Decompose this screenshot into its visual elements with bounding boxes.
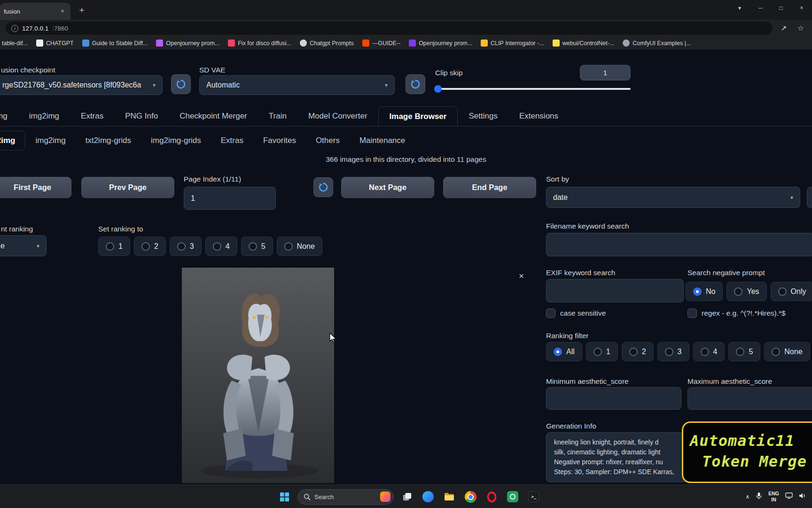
ranking-filter-5[interactable]: 5 [728, 342, 760, 361]
bookmark-item[interactable]: table-dif... [2, 40, 28, 47]
address-bar[interactable]: i 127.0.0.1:7860 [6, 22, 773, 35]
terminal-icon[interactable]: >_ [526, 489, 542, 505]
tab-extensions[interactable]: Extensions [508, 106, 569, 126]
task-view-icon[interactable] [399, 489, 415, 505]
ranking-filter-4[interactable]: 4 [693, 342, 725, 361]
sort-by-dropdown[interactable]: date ▾ [546, 187, 800, 208]
tab-settings[interactable]: Settings [458, 106, 508, 126]
tab-txt2img[interactable]: txt2img [0, 106, 18, 126]
set-ranking-none[interactable]: None [277, 237, 322, 256]
current-ranking-dropdown[interactable]: e ▾ [0, 235, 47, 256]
ranking-filter-2[interactable]: 2 [622, 342, 654, 361]
page-index-input[interactable]: 1 [184, 187, 276, 210]
regex-checkbox[interactable] [687, 309, 697, 318]
bookmark-item[interactable]: webui/ControlNet-... [553, 40, 614, 47]
neg-prompt-only[interactable]: Only [771, 282, 812, 301]
subtab-favorites[interactable]: Favorites [253, 131, 306, 151]
taskbar-search[interactable]: Search [297, 489, 394, 505]
max-score-input[interactable] [687, 387, 812, 410]
checkpoint-dropdown[interactable]: rgeSD21768_v50.safetensors [8f093ec6a ▾ [0, 75, 163, 95]
bookmark-star-icon[interactable]: ☆ [795, 24, 806, 32]
opera-icon[interactable] [484, 489, 500, 505]
clip-skip-slider[interactable] [435, 88, 631, 90]
set-ranking-1[interactable]: 1 [98, 237, 130, 256]
end-page-button[interactable]: End Page [443, 177, 536, 198]
refresh-vae-button[interactable] [406, 74, 425, 94]
bookmark-item[interactable]: CLIP Interrogator -... [481, 40, 544, 47]
browser-tab[interactable]: fusion × [0, 3, 70, 20]
subtab-img2img-grids[interactable]: img2img-grids [141, 131, 211, 151]
subtab-txt2img[interactable]: txt2img [0, 131, 25, 151]
tab-img2img[interactable]: img2img [18, 106, 70, 126]
start-button[interactable] [276, 489, 292, 505]
display-icon[interactable] [785, 492, 793, 501]
refresh-checkpoint-button[interactable] [171, 74, 191, 94]
bookmark-favicon [82, 40, 89, 47]
neg-prompt-no[interactable]: No [686, 282, 723, 301]
close-button[interactable]: × [791, 0, 812, 16]
bookmark-favicon [553, 40, 560, 47]
set-ranking-5[interactable]: 5 [241, 237, 273, 256]
set-ranking-3[interactable]: 3 [170, 237, 202, 256]
microphone-icon[interactable] [756, 492, 762, 501]
ranking-filter-3[interactable]: 3 [657, 342, 689, 361]
subtab-others[interactable]: Others [306, 131, 350, 151]
next-page-button[interactable]: Next Page [341, 177, 434, 198]
speaker-icon[interactable] [799, 492, 806, 501]
vae-dropdown[interactable]: Automatic ▾ [199, 75, 395, 95]
maximize-button[interactable]: □ [771, 0, 791, 16]
prev-page-button[interactable]: Prev Page [81, 177, 174, 198]
refresh-page-button[interactable] [313, 177, 333, 197]
bookmark-item[interactable]: Openjourney prom... [409, 40, 472, 47]
min-score-input[interactable] [546, 387, 681, 410]
search-highlights-icon[interactable] [380, 492, 390, 502]
subtab-txt2img-grids[interactable]: txt2img-grids [76, 131, 141, 151]
copilot-icon[interactable] [420, 489, 436, 505]
tab-png-info[interactable]: PNG Info [114, 106, 169, 126]
ranking-filter-all[interactable]: All [546, 342, 582, 361]
tab-train[interactable]: Train [258, 106, 297, 126]
language-indicator[interactable]: ENG IN [768, 491, 779, 502]
tab-image-browser[interactable]: Image Browser [378, 106, 458, 127]
set-ranking-4[interactable]: 4 [205, 237, 237, 256]
clip-skip-value[interactable]: 1 [580, 65, 631, 80]
bookmark-item[interactable]: Openjourney prom... [156, 40, 219, 47]
ranking-filter-1[interactable]: 1 [586, 342, 618, 361]
set-ranking-2[interactable]: 2 [134, 237, 166, 256]
bookmark-item[interactable]: Guide to Stable Diff... [82, 40, 148, 47]
tab-close-icon[interactable]: × [58, 7, 67, 16]
bookmark-item[interactable]: Chatgpt Prompts [300, 40, 354, 47]
green-app-icon[interactable] [505, 489, 521, 505]
exif-search-label: EXIF keyword search [546, 269, 615, 277]
tab-extras[interactable]: Extras [70, 106, 114, 126]
preview-image[interactable] [182, 268, 334, 483]
gallery-close-icon[interactable]: × [519, 271, 524, 281]
filename-search-input[interactable] [546, 233, 812, 256]
tab-search-icon[interactable]: ▾ [729, 0, 750, 16]
first-page-button[interactable]: First Page [0, 177, 71, 198]
site-info-icon[interactable]: i [11, 25, 18, 32]
subtab-extras[interactable]: Extras [211, 131, 253, 151]
neg-prompt-yes[interactable]: Yes [726, 282, 766, 301]
bookmark-item[interactable]: CHATGPT [36, 40, 74, 47]
clipped-control[interactable] [807, 187, 812, 208]
case-sensitive-checkbox[interactable] [546, 309, 555, 318]
bookmark-item[interactable]: ComfyUI Examples |... [623, 40, 691, 47]
subtab-img2img[interactable]: img2img [25, 131, 75, 151]
max-score-label: Maximum aesthetic_score [687, 377, 772, 386]
share-icon[interactable]: ↗ [778, 24, 789, 32]
hidden-icons-chevron[interactable]: ∧ [745, 493, 750, 500]
slider-knob[interactable] [434, 85, 442, 93]
file-explorer-icon[interactable] [441, 489, 457, 505]
ranking-filter-none[interactable]: None [764, 342, 810, 361]
tab-checkpoint-merger[interactable]: Checkpoint Merger [169, 106, 258, 126]
exif-search-input[interactable] [546, 279, 684, 302]
minimize-button[interactable]: ─ [750, 0, 771, 16]
directory-summary: 366 images in this directory, divided in… [0, 155, 812, 164]
bookmark-item[interactable]: Fix for disco diffusi... [228, 40, 291, 47]
subtab-maintenance[interactable]: Maintenance [350, 131, 415, 151]
bookmark-item[interactable]: ---GUIDE-- [362, 40, 400, 47]
chrome-icon[interactable] [462, 489, 478, 505]
new-tab-button[interactable]: + [75, 4, 88, 17]
tab-model-converter[interactable]: Model Converter [297, 106, 378, 126]
